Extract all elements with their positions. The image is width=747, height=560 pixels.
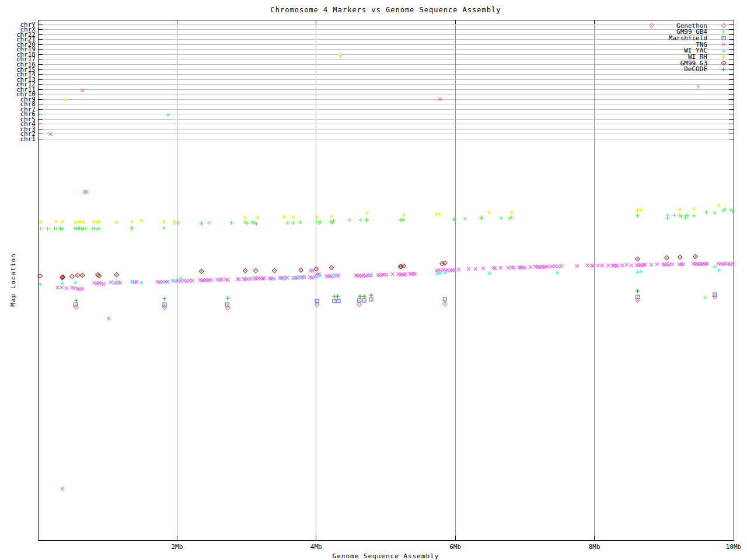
legend-marker-gm99-gb4 bbox=[722, 30, 726, 34]
series-genethon bbox=[74, 23, 717, 310]
series-wi-rh bbox=[39, 53, 721, 225]
series-gm99-gb4 bbox=[39, 54, 735, 300]
legend-label-decode: DeCODE bbox=[684, 65, 707, 73]
xtick-label-8mb: 8Mb bbox=[589, 543, 601, 551]
xtick-label-10mb: 10Mb bbox=[726, 543, 742, 551]
legend-marker-genethon bbox=[721, 23, 726, 28]
series-marshfield bbox=[74, 293, 716, 306]
xtick-label-2mb: 2Mb bbox=[171, 543, 183, 551]
chart-root: Chromosome 4 Markers vs Genome Sequence … bbox=[0, 0, 747, 560]
legend-marker-decode bbox=[722, 67, 726, 71]
plot-canvas: 2Mb4Mb6Mb8Mb10MbchrYchrXchr22chr21chr20c… bbox=[0, 0, 747, 560]
xtick-label-4mb: 4Mb bbox=[310, 543, 322, 551]
series-decode bbox=[74, 289, 640, 303]
legend-marker-wi-yac bbox=[721, 48, 725, 52]
xtick-label-6mb: 6Mb bbox=[449, 543, 461, 551]
series-tng bbox=[48, 89, 734, 491]
plot-border bbox=[38, 20, 734, 540]
legend-marker-wi-rh bbox=[722, 55, 726, 59]
ytick-label-chr1: chr1 bbox=[20, 135, 36, 143]
series-gm99-g3 bbox=[38, 254, 697, 280]
